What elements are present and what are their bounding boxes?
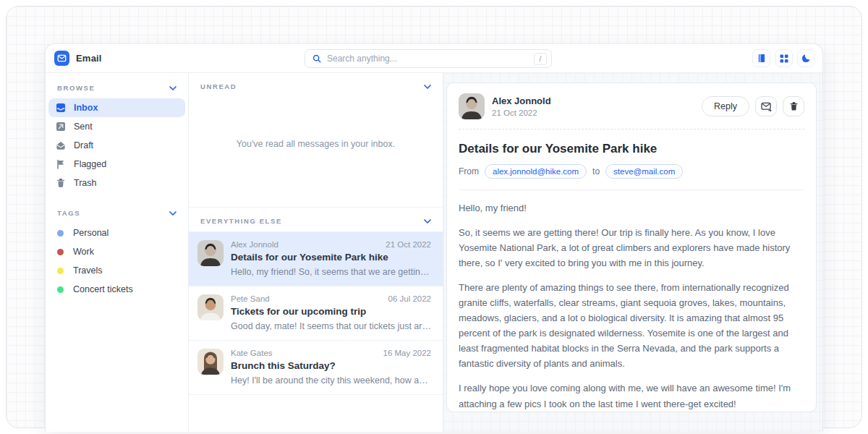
search-shortcut-key: / [534, 53, 547, 65]
mail-date: 21 Oct 2022 [386, 240, 431, 249]
mail-preview: Hey! I'll be around the city this weeken… [231, 375, 431, 386]
tag-item-travels[interactable]: Travels [48, 261, 185, 280]
detail-sender-name: Alex Jonnold [492, 95, 551, 106]
tag-item-personal[interactable]: Personal [48, 224, 185, 242]
sidebar-item-label: Sent [74, 122, 93, 132]
detail-date: 21 Oct 2022 [492, 109, 551, 117]
sidebar-item-inbox[interactable]: Inbox [48, 98, 185, 117]
divider [459, 129, 804, 129]
tags-section-header[interactable]: TAGS [48, 201, 185, 224]
app-header: Email Search anything... / [46, 44, 822, 73]
unread-section-header[interactable]: UNREAD [189, 73, 443, 97]
sidebar-item-label: Draft [74, 140, 93, 150]
mail-detail-card: Alex Jonnold 21 Oct 2022 Reply De [446, 82, 817, 412]
draft-icon [56, 140, 66, 150]
mail-body-text: Hello, my friend! So, it seems we are ge… [459, 200, 804, 412]
body-paragraph: So, it seems we are getting there! Our t… [459, 225, 804, 271]
body-paragraph: Hello, my friend! [459, 200, 804, 216]
from-to-row: From alex.jonnold@hike.com to steve@mail… [459, 164, 804, 179]
from-email-chip[interactable]: alex.jonnold@hike.com [485, 164, 587, 179]
mail-list-item[interactable]: Kate Gates 16 May 2022 Brunch this Satur… [189, 340, 443, 395]
everything-else-label: EVERYTHING ELSE [200, 217, 282, 225]
unread-empty-state: You've read all messages in your inbox. [189, 97, 443, 191]
chevron-down-icon [424, 219, 431, 224]
to-label: to [592, 166, 600, 176]
mail-list-item[interactable]: Alex Jonnold 21 Oct 2022 Details for our… [189, 231, 443, 286]
tag-label: Work [73, 247, 94, 257]
mail-subject: Tickets for our upcoming trip [231, 306, 431, 317]
tag-label: Travels [73, 265, 103, 276]
flag-icon [56, 159, 66, 169]
forward-mail-icon[interactable] [755, 96, 777, 116]
reply-button[interactable]: Reply [702, 96, 749, 116]
mail-date: 06 Jul 2022 [388, 294, 431, 303]
moon-icon[interactable] [797, 49, 815, 67]
tag-color-dot [57, 268, 64, 274]
header-actions [752, 49, 815, 67]
book-icon[interactable] [752, 49, 770, 67]
apps-grid-icon[interactable] [775, 49, 793, 67]
everything-else-section-header[interactable]: EVERYTHING ELSE [189, 207, 443, 231]
email-logo-icon [54, 51, 69, 66]
sidebar-item-draft[interactable]: Draft [48, 136, 185, 155]
mail-sender: Pete Sand [231, 294, 270, 303]
detail-subject: Details for our Yosemite Park hike [459, 142, 804, 156]
body-paragraph: There are plenty of amazing things to se… [459, 280, 804, 371]
mail-list-column: UNREAD You've read all messages in your … [189, 73, 443, 432]
email-app-window: Email Search anything... / BROWSE [45, 43, 823, 432]
sent-icon [56, 122, 66, 132]
sidebar-item-trash[interactable]: Trash [48, 174, 185, 192]
divider [459, 190, 804, 190]
browse-section-header[interactable]: BROWSE [48, 76, 185, 98]
tag-color-dot [57, 230, 64, 237]
sidebar: BROWSE Inbox Sent Draft Flagged Tra [46, 73, 189, 432]
from-label: From [459, 166, 479, 176]
sidebar-item-sent[interactable]: Sent [48, 117, 185, 136]
mail-subject: Brunch this Saturday? [231, 360, 431, 371]
mail-subject: Details for our Yosemite Park hike [231, 252, 431, 263]
to-email-chip[interactable]: steve@mail.com [605, 164, 683, 179]
search-input[interactable]: Search anything... / [305, 49, 552, 68]
sidebar-item-label: Trash [74, 178, 97, 188]
avatar [197, 349, 224, 375]
sidebar-item-label: Inbox [74, 103, 98, 113]
app-title: Email [76, 53, 102, 64]
tag-color-dot [57, 249, 64, 255]
tags-label: TAGS [57, 209, 80, 217]
tag-item-concert-tickets[interactable]: Concert tickets [48, 280, 185, 299]
body-paragraph: I really hope you love coming along with… [459, 380, 804, 411]
trash-icon[interactable] [783, 96, 804, 116]
chevron-down-icon [169, 211, 176, 216]
tag-label: Concert tickets [73, 284, 133, 294]
search-icon [312, 54, 321, 63]
avatar [197, 294, 224, 320]
mail-sender: Kate Gates [231, 349, 273, 357]
tag-label: Personal [73, 228, 109, 238]
mail-date: 16 May 2022 [383, 349, 432, 357]
avatar [197, 240, 224, 266]
tag-color-dot [57, 286, 64, 293]
unread-label: UNREAD [200, 82, 237, 90]
mail-preview: Good day, mate! It seems that our ticket… [231, 321, 431, 331]
mail-detail-pane: Alex Jonnold 21 Oct 2022 Reply De [443, 73, 822, 432]
mail-sender: Alex Jonnold [231, 240, 278, 249]
chevron-down-icon [169, 86, 176, 90]
tag-item-work[interactable]: Work [48, 242, 185, 261]
sidebar-item-label: Flagged [74, 159, 106, 169]
trash-icon [56, 178, 66, 188]
browse-label: BROWSE [57, 84, 95, 92]
mail-preview: Hello, my friend! So, it seems that we a… [231, 267, 431, 277]
search-placeholder: Search anything... [327, 54, 534, 64]
chevron-down-icon [424, 85, 431, 89]
mail-detail-header: Alex Jonnold 21 Oct 2022 Reply [459, 93, 804, 119]
unread-empty-text: You've read all messages in your inbox. [237, 139, 395, 149]
mail-list-item[interactable]: Pete Sand 06 Jul 2022 Tickets for our up… [189, 286, 443, 340]
inbox-icon [56, 103, 66, 113]
sidebar-item-flagged[interactable]: Flagged [48, 155, 185, 174]
avatar [459, 93, 485, 119]
